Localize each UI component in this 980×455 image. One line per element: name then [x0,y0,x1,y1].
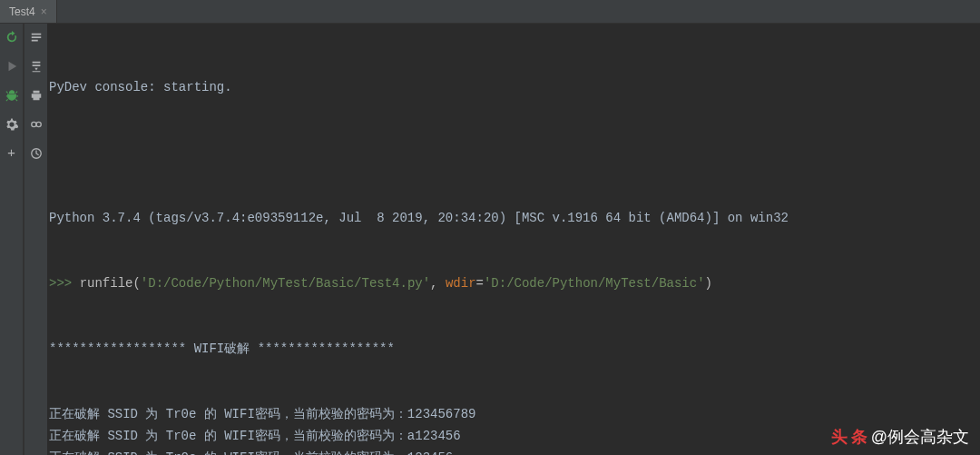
scroll-end-icon[interactable] [30,60,43,76]
arg-path: 'D:/Code/Python/MyTest/Basic/Test4.py' [141,276,430,291]
main-area: + PyDev console: starting. Python 3.7.4 … [0,24,980,455]
eq: = [476,276,484,291]
console-output[interactable]: PyDev console: starting. Python 3.7.4 (t… [47,24,980,455]
debug-icon[interactable] [5,89,18,105]
close-icon[interactable]: × [41,5,47,18]
attempt-line: 正在破解 SSID 为 Tr0e 的 WIFI密码，当前校验的密码为：12345… [49,403,978,425]
svg-point-1 [36,122,41,126]
print-icon[interactable] [30,89,43,105]
comma: , [430,276,446,291]
history-icon[interactable] [30,147,43,163]
wdir-kw: wdir [446,276,476,291]
tab-test4[interactable]: Test4 × [0,0,57,23]
run-icon[interactable] [5,60,18,76]
watermark-brand: 条 [851,426,867,448]
wdir-val: 'D:/Code/Python/MyTest/Basic' [484,276,705,291]
toolbar-gutter [24,24,47,455]
runfile-fn: runfile [80,276,133,291]
console-runfile-line: >>> runfile('D:/Code/Python/MyTest/Basic… [49,272,978,294]
variables-icon[interactable] [30,118,43,134]
settings-icon[interactable] [5,118,18,134]
left-gutter: + [0,24,24,455]
watermark-brand: 头 [831,426,848,448]
soft-wrap-icon[interactable] [30,31,43,47]
watermark-text: @例会高杂文 [871,426,969,448]
svg-point-0 [31,122,35,126]
tab-bar: Test4 × [0,0,980,24]
watermark: 头条 @例会高杂文 [831,426,969,448]
close-paren: ) [705,276,712,291]
console-line: Python 3.7.4 (tags/v3.7.4:e09359112e, Ju… [49,207,978,229]
open-paren: ( [132,276,140,291]
add-icon[interactable]: + [7,147,15,161]
console-line: PyDev console: starting. [49,76,978,98]
console-blank [49,142,978,163]
tab-label: Test4 [9,5,35,18]
attempt-line: 正在破解 SSID 为 Tr0e 的 WIFI密码，当前校验的密码为：12345… [49,447,978,455]
console-header: ****************** WIFI破解 **************… [49,338,978,360]
prompt: >>> [49,276,72,291]
rerun-icon[interactable] [5,31,18,47]
